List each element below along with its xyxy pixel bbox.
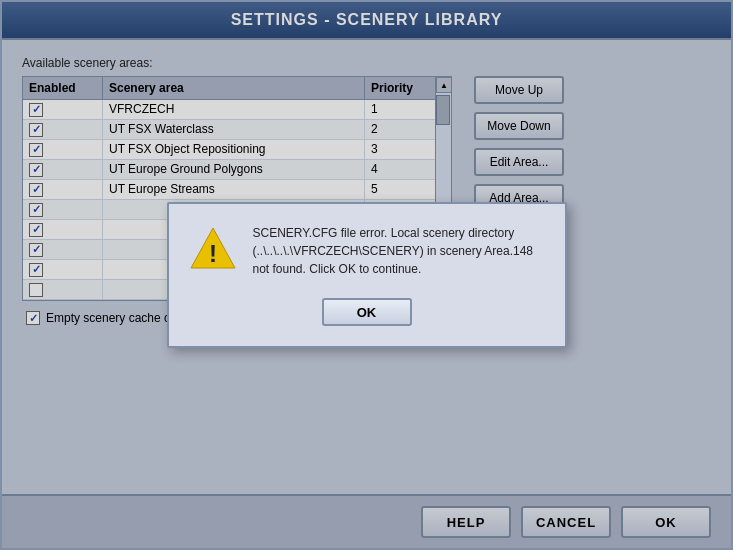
dialog-buttons: OK: [189, 298, 545, 326]
svg-text:!: !: [209, 240, 217, 267]
main-window: SETTINGS - SCENERY LIBRARY Available sce…: [0, 0, 733, 550]
dialog-ok-button[interactable]: OK: [322, 298, 412, 326]
warning-triangle-svg: !: [189, 224, 237, 272]
error-dialog: ! SCENERY.CFG file error. Local scenery …: [167, 202, 567, 348]
dialog-content: ! SCENERY.CFG file error. Local scenery …: [189, 224, 545, 278]
dialog-overlay: ! SCENERY.CFG file error. Local scenery …: [2, 2, 731, 548]
dialog-message: SCENERY.CFG file error. Local scenery di…: [253, 224, 545, 278]
warning-icon: !: [189, 224, 237, 272]
